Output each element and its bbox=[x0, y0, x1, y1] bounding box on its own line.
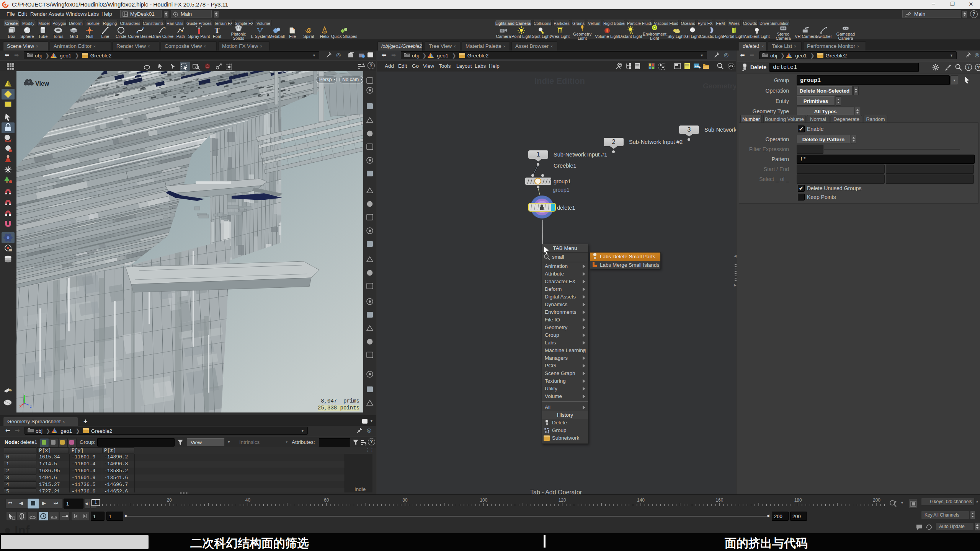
svg-text:?: ? bbox=[977, 65, 980, 70]
svg-text:T: T bbox=[215, 26, 220, 34]
svg-text:200: 200 bbox=[873, 498, 880, 503]
svg-text:x: x bbox=[20, 404, 21, 408]
svg-text:120: 120 bbox=[559, 498, 566, 503]
svg-text:160: 160 bbox=[715, 498, 723, 503]
svg-text:20: 20 bbox=[167, 498, 172, 503]
svg-text:60: 60 bbox=[324, 498, 329, 503]
svg-text:140: 140 bbox=[637, 498, 645, 503]
svg-text:z: z bbox=[30, 404, 32, 408]
svg-text:100: 100 bbox=[480, 498, 487, 503]
svg-text:40: 40 bbox=[245, 498, 251, 503]
svg-text:180: 180 bbox=[794, 498, 802, 503]
svg-text:80: 80 bbox=[402, 498, 408, 503]
svg-text:i: i bbox=[968, 65, 969, 70]
